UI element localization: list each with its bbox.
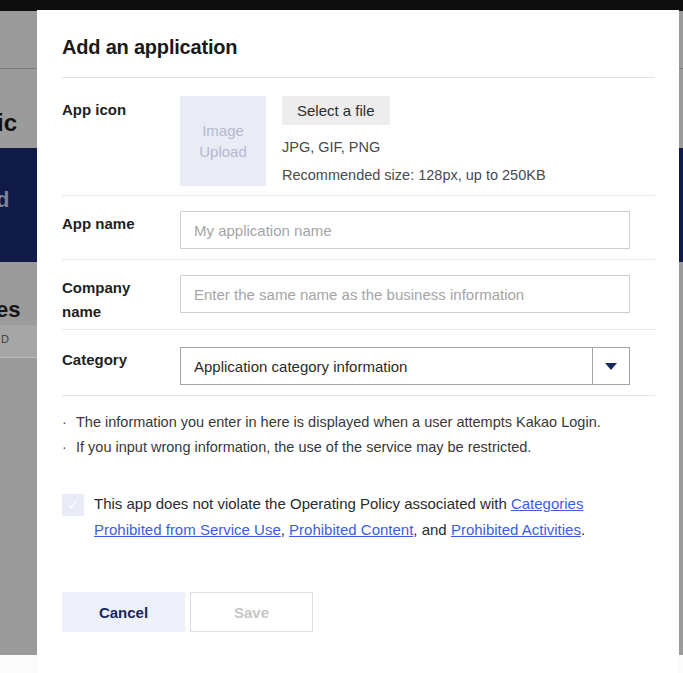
background-partial-text: ic <box>0 109 17 137</box>
notice-item: · If you input wrong information, the us… <box>62 435 655 460</box>
background-partial-text: es <box>0 297 20 323</box>
notice-list: · The information you enter in here is d… <box>62 410 655 460</box>
image-upload-dropzone[interactable]: Image Upload <box>180 96 266 186</box>
category-select-arrow-zone[interactable] <box>592 348 629 384</box>
policy-text-segment: , <box>281 521 289 538</box>
recommended-size-text: Recommended size: 128px, up to 250KB <box>282 167 546 183</box>
select-file-button[interactable]: Select a file <box>282 96 390 125</box>
category-selected-value: Application category information <box>181 358 592 375</box>
category-select[interactable]: Application category information <box>180 347 630 385</box>
policy-text-segment: , and <box>413 521 451 538</box>
bullet-glyph: · <box>62 435 76 460</box>
background-partial-text: d <box>0 187 9 213</box>
checkmark-icon: ✓ <box>67 497 79 513</box>
background-page-right-sliver <box>679 11 683 673</box>
policy-text-segment: This app does not violate the Operating … <box>94 495 511 512</box>
link-prohibited-activities[interactable]: Prohibited Activities <box>451 521 581 538</box>
company-name-label: Company name <box>62 276 167 324</box>
bullet-glyph: · <box>62 410 76 435</box>
link-prohibited-content[interactable]: Prohibited Content <box>289 521 413 538</box>
background-page-left-sliver: ic d es D <box>0 11 37 673</box>
app-name-label: App name <box>62 212 167 236</box>
background-divider <box>0 68 37 69</box>
app-name-input[interactable] <box>180 211 630 249</box>
background-partial-text: D <box>1 333 9 345</box>
notice-text: If you input wrong information, the use … <box>76 435 531 460</box>
upload-placeholder-line1: Image <box>202 120 244 141</box>
app-icon-label: App icon <box>62 98 167 122</box>
notice-item: · The information you enter in here is d… <box>62 410 655 435</box>
company-name-row: Company name <box>62 260 655 330</box>
upload-placeholder-line2: Upload <box>199 141 247 162</box>
category-row: Category Application category informatio… <box>62 330 655 396</box>
background-white-footer <box>0 655 37 673</box>
save-button[interactable]: Save <box>190 592 313 632</box>
background-divider <box>0 357 37 358</box>
app-icon-row: App icon Image Upload Select a file JPG,… <box>62 78 655 196</box>
cancel-button[interactable]: Cancel <box>62 592 185 632</box>
modal-actions: Cancel Save <box>62 592 655 632</box>
policy-text-segment: . <box>581 521 585 538</box>
app-name-row: App name <box>62 196 655 260</box>
category-label: Category <box>62 348 167 372</box>
company-name-input[interactable] <box>180 275 630 313</box>
modal-title: Add an application <box>62 36 237 59</box>
notice-text: The information you enter in here is dis… <box>76 410 601 435</box>
chevron-down-icon <box>605 363 617 370</box>
add-application-modal: Add an application App icon Image Upload… <box>37 10 679 673</box>
policy-checkbox[interactable]: ✓ <box>62 494 84 516</box>
modal-header: Add an application <box>62 10 655 78</box>
allowed-formats-text: JPG, GIF, PNG <box>282 139 380 155</box>
policy-agreement: ✓ This app does not violate the Operatin… <box>62 491 655 547</box>
policy-statement: This app does not violate the Operating … <box>94 491 626 543</box>
